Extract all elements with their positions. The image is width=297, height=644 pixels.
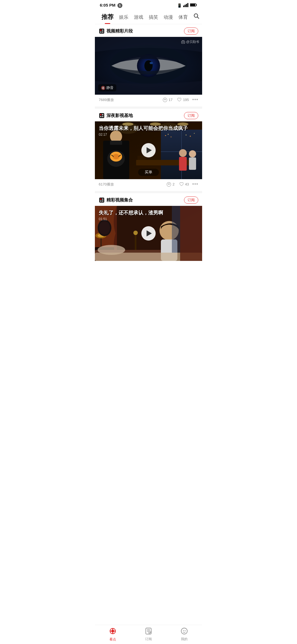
svg-rect-0 [183, 6, 184, 7]
section-divider-1 [95, 107, 202, 109]
svg-rect-60 [102, 198, 103, 200]
comment-count-1[interactable]: 17 [163, 97, 172, 102]
section-divider-2 [95, 191, 202, 193]
comment-count-2[interactable]: 2 [166, 182, 174, 187]
svg-rect-20 [182, 42, 183, 43]
section-logo-1 [99, 28, 105, 34]
svg-rect-3 [187, 3, 188, 7]
comment-icon-1 [163, 97, 167, 102]
video-stats-1: 7689播放 17 195 ••• [95, 95, 202, 107]
section-header-2: 深夜影视基地 订阅 [95, 109, 202, 121]
play-triangle-icon [147, 147, 152, 153]
section-title-text-2: 深夜影视基地 [106, 113, 133, 119]
svg-rect-26 [100, 116, 101, 117]
play-button-2[interactable] [141, 143, 156, 157]
section-header-3: 精彩视频集合 订阅 [95, 193, 202, 206]
section-best-videos: 精彩视频集合 订阅 [95, 193, 202, 261]
video-thumbnail-2[interactable]: 当你透露未来，别人可能会把你当成疯子 02:17 买单 [95, 121, 202, 179]
svg-rect-24 [100, 114, 101, 115]
bilibili-icon [181, 40, 185, 44]
nav-tabs: 推荐 娱乐 游戏 搞笑 动漫 体育 [95, 10, 202, 24]
video-attribution-1: @贝勒爷 [181, 40, 199, 44]
tab-funny[interactable]: 搞笑 [146, 12, 161, 23]
phone-icon: 📱 [177, 3, 182, 8]
signal-icon [183, 3, 189, 8]
more-btn-1[interactable]: ••• [192, 97, 198, 103]
notification-badge: 5 [117, 3, 122, 8]
section-logo-2 [99, 113, 105, 119]
svg-rect-5 [196, 4, 197, 6]
svg-rect-19 [182, 41, 185, 43]
svg-point-18 [150, 62, 153, 64]
section-night-film: 深夜影视基地 订阅 [95, 109, 202, 191]
tab-games[interactable]: 游戏 [131, 12, 146, 23]
search-button[interactable] [191, 12, 199, 23]
svg-rect-44 [138, 156, 146, 160]
video-thumbnail-1[interactable]: @贝勒爷 🔇 静音 [95, 37, 202, 95]
heart-icon-1 [177, 97, 182, 102]
video-duration-3: 01:51 [99, 217, 198, 221]
section-video-highlights: 视频精彩片段 订阅 [95, 24, 202, 107]
svg-rect-56 [110, 141, 122, 145]
comment-icon-2 [166, 182, 171, 187]
heart-icon-2 [179, 182, 184, 187]
mute-badge[interactable]: 🔇 静音 [98, 84, 116, 91]
video-overlay-2: 当你透露未来，别人可能会把你当成疯子 02:17 [95, 121, 202, 139]
svg-rect-1 [185, 5, 186, 7]
tab-sports[interactable]: 体育 [176, 12, 191, 23]
mute-icon: 🔇 [101, 86, 105, 90]
svg-rect-12 [100, 31, 101, 33]
svg-rect-46 [179, 157, 187, 171]
like-count-1[interactable]: 195 [177, 97, 189, 102]
svg-rect-62 [102, 200, 103, 202]
svg-rect-9 [99, 29, 104, 34]
subscribe-btn-1[interactable]: 订阅 [184, 28, 198, 35]
section-logo-3 [99, 197, 105, 203]
svg-rect-2 [186, 4, 187, 7]
svg-rect-23 [99, 113, 104, 118]
video-thumbnail-3[interactable]: 失礼了，还不想承认，渣男啊 01:51 [95, 206, 202, 261]
tab-recommend[interactable]: 推荐 [99, 11, 116, 24]
view-count-2: 6170播放 [99, 182, 162, 187]
play-triangle-icon-3 [147, 230, 152, 236]
svg-point-81 [133, 231, 138, 235]
play-button-3[interactable] [141, 226, 156, 241]
section-title-3: 精彩视频集合 [99, 197, 133, 203]
like-count-2[interactable]: 43 [179, 182, 189, 187]
svg-point-45 [179, 149, 187, 157]
more-btn-2[interactable]: ••• [192, 181, 198, 187]
battery-icon [190, 3, 197, 8]
status-time: 6:05 PM 5 [100, 3, 122, 8]
tab-anime[interactable]: 动漫 [161, 12, 176, 23]
svg-rect-59 [100, 198, 101, 200]
svg-rect-48 [189, 157, 196, 170]
section-title-text-3: 精彩视频集合 [106, 197, 133, 203]
view-count-1: 7689播放 [99, 97, 158, 102]
tab-entertainment[interactable]: 娱乐 [116, 12, 131, 23]
video-title-2: 当你透露未来，别人可能会把你当成疯子 [99, 125, 198, 132]
svg-rect-21 [183, 42, 184, 43]
svg-rect-80 [135, 233, 136, 250]
svg-point-52 [113, 154, 119, 159]
video-stats-2: 6170播放 2 43 ••• [95, 179, 202, 191]
video-overlay-3: 失礼了，还不想承认，渣男啊 01:51 [95, 206, 202, 223]
svg-rect-10 [100, 29, 101, 31]
section-header-1: 视频精彩片段 订阅 [95, 24, 202, 37]
section-title-2: 深夜影视基地 [99, 113, 133, 119]
status-bar: 6:05 PM 5 📱 [95, 0, 202, 10]
video-title-3: 失礼了，还不想承认，渣男啊 [99, 210, 198, 216]
svg-point-17 [144, 60, 153, 71]
video-duration-2: 02:17 [99, 133, 198, 137]
svg-rect-61 [100, 200, 101, 202]
subscribe-btn-3[interactable]: 订阅 [184, 197, 198, 204]
section-title-text-1: 视频精彩片段 [106, 28, 133, 34]
svg-rect-58 [99, 198, 104, 203]
svg-rect-6 [190, 4, 195, 6]
svg-line-8 [197, 17, 199, 19]
status-icons: 📱 [177, 3, 197, 8]
svg-rect-27 [102, 116, 103, 117]
svg-rect-13 [102, 31, 103, 33]
buy-badge[interactable]: 买单 [138, 169, 159, 176]
subscribe-btn-2[interactable]: 订阅 [184, 112, 198, 119]
section-title-1: 视频精彩片段 [99, 28, 133, 34]
